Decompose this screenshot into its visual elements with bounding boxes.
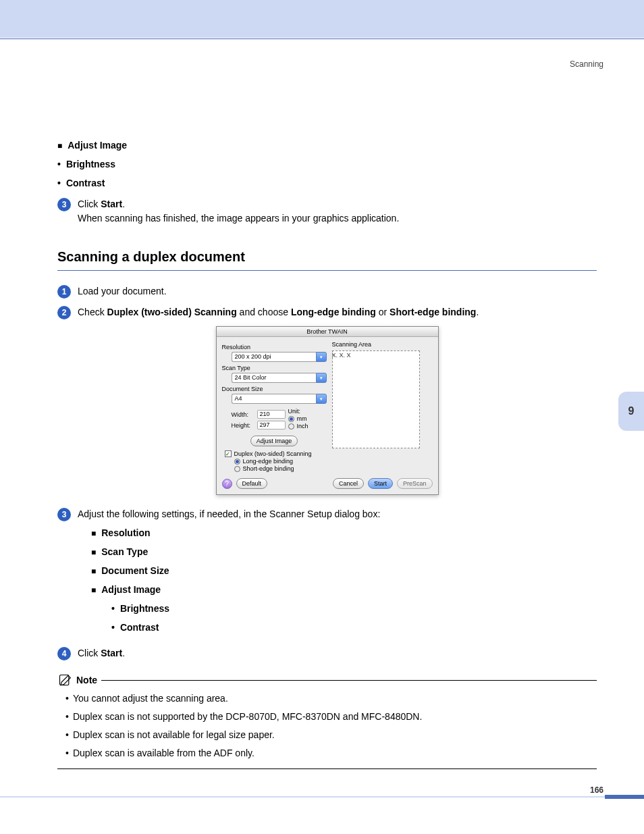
step-3: 3 Adjust the following settings, if need… — [57, 507, 597, 640]
height-label: Height: — [232, 422, 253, 429]
setting-docsize: Document Size — [91, 564, 597, 578]
section-divider — [57, 270, 597, 271]
note-item-4: Duplex scan is available from the ADF on… — [65, 746, 597, 760]
note-end-line — [57, 768, 597, 769]
scantype-label: Scan Type — [222, 365, 327, 371]
note-header: Note — [57, 673, 597, 687]
dropdown-arrow-icon: ▾ — [316, 394, 327, 404]
note-line — [101, 680, 597, 681]
setting-resolution: Resolution — [91, 526, 597, 540]
top-band — [0, 0, 644, 38]
docsize-select[interactable]: A4 ▾ — [232, 394, 327, 404]
adjust-image-item: Adjust Image — [57, 138, 597, 153]
setting-adjust-image: Adjust Image — [91, 583, 597, 597]
brightness-item: Brightness — [57, 157, 597, 172]
version-label: X. X. X — [331, 352, 350, 359]
note-item-2: Duplex scan is not supported by the DCP-… — [65, 710, 597, 724]
unit-mm-radio[interactable]: mm — [288, 415, 308, 422]
note-item-1: You cannot adjust the scanning area. — [65, 692, 597, 706]
help-button[interactable]: ? — [222, 479, 232, 489]
step-3-top: 3 Click Start. When scanning has finishe… — [57, 197, 597, 226]
step-1-text: Load your document. — [78, 284, 597, 298]
resolution-label: Resolution — [222, 344, 327, 350]
dropdown-arrow-icon: ▾ — [316, 373, 327, 383]
page-number: 166 — [590, 785, 603, 795]
width-input[interactable]: 210 — [257, 410, 286, 419]
note-icon — [57, 673, 72, 687]
step-number-icon: 3 — [57, 508, 71, 521]
running-header: Scanning — [570, 59, 603, 69]
long-edge-radio[interactable]: Long-edge binding — [234, 458, 327, 465]
step-2: 2 Check Duplex (two-sided) Scanning and … — [57, 305, 597, 319]
note-item-3: Duplex scan is not available for legal s… — [65, 728, 597, 742]
section-title: Scanning a duplex document — [57, 249, 597, 265]
dropdown-arrow-icon: ▾ — [316, 352, 327, 362]
step-4: 4 Click Start. — [57, 646, 597, 660]
contrast-item: Contrast — [57, 176, 597, 190]
resolution-select[interactable]: 200 x 200 dpi ▾ — [232, 352, 327, 362]
step-number-icon: 2 — [57, 306, 71, 319]
default-button[interactable]: Default — [236, 478, 268, 489]
unit-inch-radio[interactable]: Inch — [288, 423, 308, 429]
note-title: Note — [76, 675, 97, 685]
step-number-icon: 4 — [57, 647, 71, 660]
step-3-text: Adjust the following settings, if needed… — [78, 507, 597, 521]
setting-contrast: Contrast — [111, 621, 597, 635]
scantype-select[interactable]: 24 Bit Color ▾ — [232, 373, 327, 383]
setting-brightness: Brightness — [111, 602, 597, 616]
docsize-label: Document Size — [222, 386, 327, 392]
width-label: Width: — [232, 411, 253, 418]
step-number-icon: 1 — [57, 285, 71, 298]
page-footer: 166 — [0, 796, 644, 806]
step-1: 1 Load your document. — [57, 284, 597, 298]
adjust-image-button[interactable]: Adjust Image — [250, 436, 298, 446]
prescan-button[interactable]: PreScan — [397, 478, 433, 489]
dialog-title: Brother TWAIN — [217, 327, 438, 337]
chapter-tab: 9 — [618, 392, 644, 431]
twain-dialog: Brother TWAIN Resolution 200 x 200 dpi ▾… — [216, 326, 439, 495]
unit-label: Unit: — [288, 408, 308, 415]
step-number-icon: 3 — [57, 198, 71, 211]
duplex-checkbox[interactable]: ✓Duplex (two-sided) Scanning — [225, 450, 327, 457]
height-input[interactable]: 297 — [257, 421, 286, 429]
short-edge-radio[interactable]: Short-edge binding — [234, 465, 327, 472]
scanning-area-preview[interactable] — [332, 350, 420, 448]
step3-line2: When scanning has finished, the image ap… — [78, 213, 399, 224]
start-button[interactable]: Start — [368, 478, 393, 489]
scanning-area-label: Scanning Area — [332, 341, 433, 348]
setting-scantype: Scan Type — [91, 545, 597, 559]
cancel-button[interactable]: Cancel — [333, 478, 364, 489]
